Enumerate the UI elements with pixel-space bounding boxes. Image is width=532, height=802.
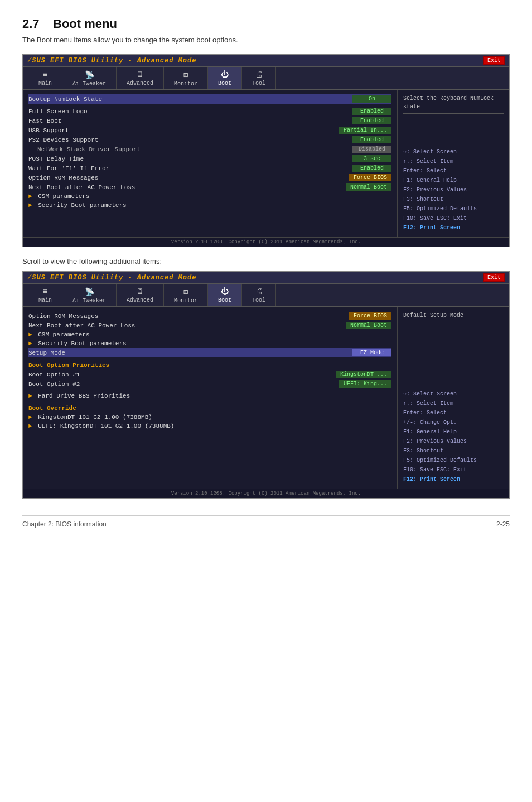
key-f1-1: F1: General Help <box>403 176 504 185</box>
nav-aitweaker-2[interactable]: 📡 Ai Tweaker <box>62 284 117 306</box>
bios2-label-bootoption1: Boot Option #1 <box>28 371 336 378</box>
key-f1-2: F1: General Help <box>403 427 504 437</box>
key-f3-2: F3: Shortcut <box>403 446 504 456</box>
bios2-value-optionrom: Force BIOS <box>349 312 391 320</box>
bios2-boot-override-header: Boot Override <box>28 403 391 413</box>
bios-row-csm[interactable]: ► CSM parameters <box>28 192 391 201</box>
key-selectscreen-2: ↔: Select Screen <box>403 389 504 399</box>
nav-icon-monitor-2: ⊞ <box>183 287 188 297</box>
bios-value-usbsupport: Partial In... <box>339 127 391 134</box>
bios-left-panel-2: Option ROM Messages Force BIOS Next Boot… <box>23 307 398 489</box>
bios-row-postdelay[interactable]: POST Delay Time 3 sec <box>28 154 391 163</box>
nav-tool-1[interactable]: 🖨 Tool <box>242 67 276 89</box>
bios-row-secboot[interactable]: ► Security Boot parameters <box>28 201 391 210</box>
bios2-divider-2 <box>28 390 391 390</box>
bios-right-keys-1: ↔: Select Screen ↑↓: Select Item Enter: … <box>403 147 504 233</box>
bios-label-ps2devices: PS2 Devices Support <box>28 137 352 143</box>
footer-right: 2-25 <box>496 520 510 528</box>
bios-row-numlock[interactable]: Bootup NumLock State On <box>28 94 391 104</box>
nav-label-monitor-1: Monitor <box>174 81 197 87</box>
bios-row-waitf1[interactable]: Wait For 'F1' If Error Enabled <box>28 163 391 173</box>
bios-row-optionrom[interactable]: Option ROM Messages Force BIOS <box>28 173 391 182</box>
bios2-label-setupmode: Setup Mode <box>28 350 352 356</box>
bios-label-fastboot: Fast Boot <box>28 118 352 124</box>
nav-boot-2[interactable]: ⏻ Boot <box>208 284 242 306</box>
bios-nav-2: ≡ Main 📡 Ai Tweaker 🖥 Advanced ⊞ Monitor… <box>23 284 509 307</box>
nav-advanced-1[interactable]: 🖥 Advanced <box>117 67 164 89</box>
bios2-divider-1 <box>28 359 391 359</box>
nav-icon-advanced-2: 🖥 <box>136 287 144 296</box>
bios-label-optionrom: Option ROM Messages <box>28 175 349 181</box>
bios2-label-nextboot: Next Boot after AC Power Loss <box>28 322 346 329</box>
nav-icon-aitweaker-2: 📡 <box>85 287 94 297</box>
bios-label-usbsupport: USB Support <box>28 127 339 134</box>
bios2-row-kingstondt[interactable]: ► KingstonDT 101 G2 1.00 (7388MB) <box>28 413 391 422</box>
key-f10-1: F10: Save ESC: Exit <box>403 214 504 223</box>
uefi-kingstondt-arrow: ► <box>28 423 32 429</box>
bios2-value-nextboot: Normal Boot <box>346 322 391 329</box>
bios-label-networkstack: NetWork Stack Driver Support <box>28 146 352 153</box>
bios2-row-setupmode[interactable]: Setup Mode EZ Mode <box>28 348 391 357</box>
bios2-row-bootoption2[interactable]: Boot Option #2 UEFI: King... <box>28 379 391 389</box>
bios2-row-nextboot[interactable]: Next Boot after AC Power Loss Normal Boo… <box>28 321 391 330</box>
nav-aitweaker-1[interactable]: 📡 Ai Tweaker <box>62 67 117 89</box>
bios2-row-optionrom[interactable]: Option ROM Messages Force BIOS <box>28 311 391 321</box>
nav-main-2[interactable]: ≡ Main <box>28 284 62 306</box>
nav-icon-main-2: ≡ <box>43 287 47 296</box>
nav-main-1[interactable]: ≡ Main <box>28 67 62 89</box>
bios2-row-uefi-kingstondt[interactable]: ► UEFI: KingstonDT 101 G2 1.00 (7388MB) <box>28 422 391 431</box>
key-changeopt-2: +/-: Change Opt. <box>403 418 504 427</box>
bios-exit-btn-1[interactable]: Exit <box>483 56 505 65</box>
nav-label-tool-2: Tool <box>252 297 265 303</box>
key-f5-1: F5: Optimized Defaults <box>403 204 504 214</box>
nav-tool-2[interactable]: 🖨 Tool <box>242 284 276 306</box>
bios-exit-btn-2[interactable]: Exit <box>483 273 505 282</box>
key-f10-2: F10: Save ESC: Exit <box>403 465 504 475</box>
bios2-label-kingstondt: ► KingstonDT 101 G2 1.00 (7388MB) <box>28 414 391 421</box>
bios2-label-optionrom: Option ROM Messages <box>28 313 349 320</box>
nav-label-advanced-1: Advanced <box>127 80 153 86</box>
bios2-row-csm[interactable]: ► CSM parameters <box>28 330 391 339</box>
bios2-value-bootoption2: UEFI: King... <box>339 380 391 388</box>
bios2-row-harddrivebbs[interactable]: ► Hard Drive BBS Priorities <box>28 392 391 400</box>
bios-row-networkstack[interactable]: NetWork Stack Driver Support Disabled <box>28 144 391 154</box>
nav-monitor-1[interactable]: ⊞ Monitor <box>164 67 208 89</box>
bios2-row-bootoption1[interactable]: Boot Option #1 KingstonDT ... <box>28 370 391 379</box>
bios-value-waitf1: Enabled <box>352 165 391 172</box>
section-title: 2.7 Boot menu <box>22 17 510 31</box>
bios-value-ps2devices: Enabled <box>352 136 391 143</box>
bios-footer-1: Version 2.10.1208. Copyright (C) 2011 Am… <box>23 237 509 247</box>
bios-right-title-2: Default Setup Mode <box>403 311 504 320</box>
nav-label-boot-1: Boot <box>218 80 231 86</box>
bios-right-keys-2: ↔: Select Screen ↑↓: Select Item Enter: … <box>403 389 504 484</box>
bios-row-fullscreenlogo[interactable]: Full Screen Logo Enabled <box>28 107 391 116</box>
nav-icon-tool-2: 🖨 <box>255 287 263 296</box>
key-enter-2: Enter: Select <box>403 408 504 418</box>
bios-row-fastboot[interactable]: Fast Boot Enabled <box>28 116 391 125</box>
bios-window-1: /SUS EFI BIOS Utility - Advanced Mode Ex… <box>22 54 510 247</box>
key-selectitem-2: ↑↓: Select Item <box>403 399 504 408</box>
bios-body-1: Bootup NumLock State On Full Screen Logo… <box>23 90 509 237</box>
bios-nav-1: ≡ Main 📡 Ai Tweaker 🖥 Advanced ⊞ Monitor… <box>23 67 509 90</box>
section-desc: The Boot menu items allow you to change … <box>22 36 510 44</box>
key-f3-1: F3: Shortcut <box>403 195 504 204</box>
nav-boot-1[interactable]: ⏻ Boot <box>208 67 242 89</box>
bios2-label-uefi-kingstondt: ► UEFI: KingstonDT 101 G2 1.00 (7388MB) <box>28 423 391 429</box>
nav-label-boot-2: Boot <box>218 297 231 303</box>
bios2-divider-3 <box>28 402 391 402</box>
nav-icon-main-1: ≡ <box>43 70 47 79</box>
bios2-label-harddrivebbs: ► Hard Drive BBS Priorities <box>28 393 391 399</box>
key-selectscreen-1: ↔: Select Screen <box>403 147 504 157</box>
nav-label-aitweaker-1: Ai Tweaker <box>72 81 106 87</box>
bios-row-nextboot[interactable]: Next Boot after AC Power Loss Normal Boo… <box>28 182 391 192</box>
bios2-row-secboot[interactable]: ► Security Boot parameters <box>28 339 391 348</box>
bios2-label-bootoption2: Boot Option #2 <box>28 381 339 388</box>
bios-value-fastboot: Enabled <box>352 117 391 124</box>
nav-advanced-2[interactable]: 🖥 Advanced <box>117 284 164 306</box>
bios-row-usbsupport[interactable]: USB Support Partial In... <box>28 125 391 135</box>
bios-body-2: Option ROM Messages Force BIOS Next Boot… <box>23 307 509 489</box>
nav-monitor-2[interactable]: ⊞ Monitor <box>164 284 208 306</box>
bios-row-ps2devices[interactable]: PS2 Devices Support Enabled <box>28 135 391 144</box>
nav-label-tool-1: Tool <box>252 80 265 86</box>
secboot-arrow-2: ► <box>28 340 32 347</box>
